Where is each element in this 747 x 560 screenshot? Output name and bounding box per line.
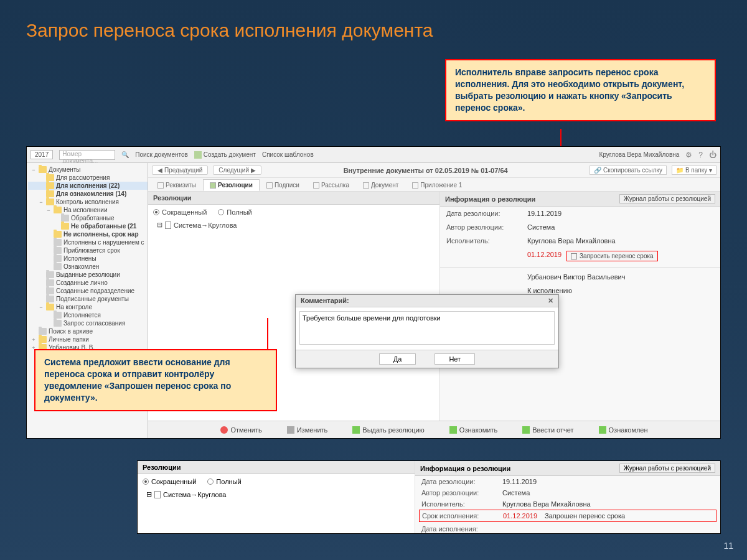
radio-short[interactable]: Сокращенный	[153, 208, 207, 216]
sidebar-item-7[interactable]: Не обработанные (21	[28, 222, 148, 230]
folder-icon	[39, 328, 47, 335]
folder-icon	[46, 304, 54, 310]
folder-icon	[46, 182, 54, 189]
detail-deadline-date: 01.12.2019	[503, 512, 537, 520]
folder-icon	[46, 190, 54, 197]
prev-btn[interactable]: ◀ Предыдущий	[152, 166, 208, 175]
help-icon[interactable]: ?	[698, 151, 703, 159]
tab-icon	[412, 182, 418, 189]
detail-screenshot: Резолюции Сокращенный Полный ⊟ Система→К…	[137, 460, 721, 534]
action-icon	[522, 426, 530, 434]
tab-Реквизиты[interactable]: Реквизиты	[151, 179, 203, 191]
tab-Подписи[interactable]: Подписи	[260, 179, 306, 191]
folder-icon	[46, 279, 54, 286]
detail-info-header: Информация о резолюции Журнал работы с р…	[415, 461, 720, 476]
detail-tree-item[interactable]: ⊟ Система→Круглова	[138, 489, 415, 500]
detail-journal-btn[interactable]: Журнал работы с резолюцией	[619, 464, 715, 473]
copy-link-btn[interactable]: 🔗 Скопировать ссылку	[590, 166, 667, 175]
info-header: Информация о резолюции Журнал работы с р…	[440, 192, 720, 207]
plus-icon	[194, 151, 202, 159]
action-icon	[449, 426, 457, 434]
folder-icon	[54, 263, 62, 270]
tab-icon	[363, 182, 369, 189]
sidebar-item-11[interactable]: Исполнены	[28, 254, 148, 263]
deadline-date: 01.12.2019	[527, 251, 561, 261]
action-Выдать резолюцию[interactable]: Выдать резолюцию	[352, 426, 425, 434]
resolution-tree-item[interactable]: ⊟ Система→Круглова	[148, 220, 439, 230]
detail-radio-short[interactable]: Сокращенный	[143, 478, 196, 485]
slide-number: 11	[723, 541, 733, 551]
page-icon	[165, 222, 171, 229]
sidebar-item-4[interactable]: −Контроль исполнения	[28, 198, 148, 206]
doc-title: Внутренние документы от 02.05.2019 № 01-…	[266, 167, 585, 174]
sidebar-item-21[interactable]: +Личные папки	[28, 335, 148, 343]
request-extension-btn[interactable]: Запросить перенос срока	[566, 251, 658, 261]
detail-radio-full[interactable]: Полный	[207, 478, 241, 485]
action-Ввести отчет[interactable]: Ввести отчет	[522, 426, 573, 434]
sidebar-item-8[interactable]: Не исполнены, срок нар	[28, 230, 148, 238]
action-icon	[220, 426, 228, 434]
to-folder-btn[interactable]: 📁 В папку ▾	[672, 166, 716, 175]
gear-icon[interactable]: ⚙	[685, 151, 692, 159]
comment-textarea[interactable]: Требуется больше времени для подготовки	[299, 311, 555, 345]
folder-icon	[54, 255, 62, 262]
comment-dialog: Комментарий: ✕ Требуется больше времени …	[295, 294, 559, 368]
tab-Приложение 1[interactable]: Приложение 1	[405, 179, 469, 191]
folder-icon	[46, 287, 54, 294]
folder-icon	[54, 231, 62, 238]
action-Изменить[interactable]: Изменить	[287, 426, 328, 434]
folder-icon	[54, 320, 62, 327]
close-icon[interactable]: ✕	[548, 297, 553, 305]
detail-deadline-status: Запрошен перенос срока	[545, 512, 625, 520]
folder-icon	[46, 174, 54, 181]
action-icon	[287, 426, 294, 434]
tab-Рассылка[interactable]: Рассылка	[306, 179, 356, 191]
sidebar-item-10[interactable]: Приближается срок	[28, 246, 148, 254]
folder-icon	[46, 271, 54, 278]
dialog-title: Комментарий: ✕	[296, 295, 558, 307]
folder-icon	[39, 166, 47, 173]
radio-full[interactable]: Полный	[218, 208, 251, 216]
yes-button[interactable]: Да	[379, 353, 416, 365]
connector-line	[267, 318, 268, 349]
sidebar-item-5[interactable]: −На исполнении	[28, 206, 148, 214]
templates-btn[interactable]: Список шаблонов	[262, 151, 314, 158]
sidebar-item-6[interactable]: Обработанные	[28, 214, 148, 222]
sidebar-item-9[interactable]: Исполнены с нарушением с	[28, 238, 148, 246]
resolutions-header: Резолюции	[148, 192, 439, 205]
folder-icon	[39, 336, 47, 343]
folder-icon	[46, 198, 54, 205]
action-icon	[599, 426, 606, 434]
action-Ознакомлен[interactable]: Ознакомлен	[599, 426, 648, 434]
sidebar-item-18[interactable]: Исполняется	[28, 311, 148, 319]
tab-icon	[157, 182, 164, 189]
journal-btn[interactable]: Журнал работы с резолюцией	[619, 194, 715, 203]
create-doc-btn[interactable]: Создать документ	[194, 151, 256, 159]
callout-left: Система предложит ввести основание для п…	[34, 349, 277, 411]
tab-icon	[313, 182, 319, 189]
action-Отменить[interactable]: Отменить	[220, 426, 261, 434]
folder-icon	[61, 215, 69, 222]
sidebar-item-17[interactable]: −На контроле	[28, 303, 148, 311]
sidebar-item-19[interactable]: Запрос согласования	[28, 319, 148, 327]
doc-number-search[interactable]: Номер документа...	[59, 150, 115, 160]
search-docs-btn[interactable]: Поиск документов	[135, 151, 188, 158]
tab-icon	[266, 182, 273, 189]
calendar-icon	[571, 253, 577, 259]
callout-top: Исполнитель вправе запросить перенос сро…	[445, 59, 716, 121]
year-selector[interactable]: 2017	[31, 150, 53, 159]
power-icon[interactable]: ⏻	[709, 151, 716, 159]
sidebar-item-20[interactable]: Поиск в архиве	[28, 327, 148, 335]
detail-exec-date-label: Дата исполнения:	[421, 525, 502, 533]
folder-icon	[61, 223, 69, 230]
folder-icon	[54, 312, 62, 319]
page-icon	[154, 491, 161, 498]
tab-icon	[210, 182, 216, 189]
slide-title: Запрос переноса срока исполнения докумен…	[0, 0, 747, 41]
tab-Документ[interactable]: Документ	[356, 179, 405, 191]
next-btn[interactable]: Следущий ▶	[213, 166, 261, 175]
tab-Резолюции[interactable]: Резолюции	[203, 179, 260, 191]
action-Ознакомить[interactable]: Ознакомить	[449, 426, 497, 434]
no-button[interactable]: Нет	[435, 353, 475, 365]
app-toolbar: 2017 Номер документа... 🔍 Поиск документ…	[27, 147, 720, 163]
